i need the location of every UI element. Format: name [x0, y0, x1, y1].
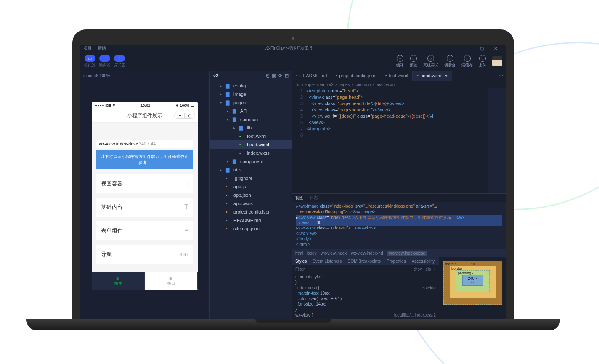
- signal-label: ●●●● IDE ⚲: [95, 103, 116, 108]
- dom-crumb[interactable]: wx-view.index-desc: [387, 251, 427, 256]
- editor-tab[interactable]: ▪project.config.json: [331, 71, 381, 81]
- toolbar-button[interactable]: ○清缓存: [461, 55, 473, 68]
- menu-item[interactable]: 视图容器▭: [96, 174, 193, 193]
- dom-crumb[interactable]: wx-view.index: [321, 251, 347, 256]
- explorer-header[interactable]: v2 ⎘ ▣ ⟳ ⊟: [210, 71, 292, 81]
- breadcrumb: fino-applet-demo-v2›pages›common›head.wx…: [292, 81, 506, 88]
- add-rule-icon[interactable]: +: [433, 267, 436, 272]
- device-tabbar: ▦组件▦接口: [92, 272, 198, 290]
- tree-item[interactable]: ▾▇pages: [210, 98, 292, 107]
- code-editor[interactable]: 12345678 <template name="head"> <view cl…: [292, 88, 506, 193]
- devtools: 视图日志 ▸<wx-image class="index-logo" src="…: [292, 193, 506, 328]
- menu-help[interactable]: 帮助: [98, 45, 106, 51]
- sim-device-label[interactable]: iphone6 100%: [80, 71, 209, 81]
- new-folder-icon[interactable]: ▣: [272, 73, 276, 79]
- tabbar-item[interactable]: ▦接口: [145, 272, 198, 290]
- mode-tabs: ▭模拟器编辑器⫶调试器: [84, 55, 125, 68]
- tree-item[interactable]: ▪.gitignore: [210, 174, 292, 182]
- highlighted-element[interactable]: 以下将展示小程序官方组件能力，组件样式仅供参考。: [96, 150, 193, 169]
- breadcrumb-segment[interactable]: fino-applet-demo-v2: [296, 82, 334, 87]
- filter-input[interactable]: Filter: [295, 267, 305, 272]
- status-bar: ●●●● IDE ⚲ 10:01 ✱ 100% ▬: [92, 102, 198, 109]
- device-frame: ●●●● IDE ⚲ 10:01 ✱ 100% ▬ 小程序组件展示 ••• ⊙: [92, 102, 198, 290]
- menu-project[interactable]: 项目: [83, 45, 92, 51]
- tree-item[interactable]: ▸▇API: [210, 107, 292, 115]
- mode-tab[interactable]: ⫶调试器: [114, 55, 125, 68]
- dom-crumb[interactable]: body: [307, 251, 317, 256]
- tree-item[interactable]: ▪foot.wxml: [210, 132, 292, 140]
- maximize-icon[interactable]: ▢: [480, 46, 484, 51]
- dom-crumb[interactable]: wx-view.index-hd: [351, 251, 383, 256]
- tree-item[interactable]: ▪sitemap.json: [210, 224, 292, 233]
- avatar[interactable]: [492, 56, 502, 66]
- menu-item[interactable]: 导航ooo: [96, 245, 193, 264]
- breadcrumb-segment[interactable]: common: [355, 82, 371, 87]
- hov-toggle[interactable]: :hov: [414, 267, 422, 272]
- close-icon[interactable]: ✕: [494, 46, 497, 51]
- breadcrumb-segment[interactable]: head.wxml: [376, 82, 396, 87]
- simulator-panel: iphone6 100% ●●●● IDE ⚲ 10:01 ✱ 100% ▬ 小…: [80, 71, 209, 328]
- styles-subtab[interactable]: Properties: [387, 259, 406, 264]
- toolbar-right: ○编译○预览○真机调试○切后台○清缓存○上传: [396, 55, 502, 68]
- tree-item[interactable]: ▾▇common: [210, 115, 292, 124]
- menu-list: 视图容器▭基础内容T表单组件≡导航ooo: [96, 174, 193, 264]
- close-tab-icon: ✕: [444, 74, 448, 78]
- box-model[interactable]: margin 10 border - padding - 240 × 44: [439, 257, 506, 328]
- devtools-tab[interactable]: 视图: [295, 195, 304, 201]
- tree-item[interactable]: ▸▇component: [210, 157, 292, 166]
- toolbar: ▭模拟器编辑器⫶调试器 ○编译○预览○真机调试○切后台○清缓存○上传: [80, 52, 506, 71]
- more-tabs-icon[interactable]: ⋯: [495, 73, 506, 79]
- laptop-frame: 项目 帮助 v2-FinClip小程序开发工具 — ▢ ✕ ▭模拟器编辑器⫶调试…: [72, 29, 514, 328]
- tree-item[interactable]: ▪project.config.json: [210, 208, 292, 216]
- collapse-icon[interactable]: ⊟: [285, 73, 289, 79]
- styles-subtab[interactable]: Event Listeners: [313, 259, 342, 264]
- toolbar-button[interactable]: ○编译: [396, 55, 404, 68]
- dom-breadcrumb: htmlbodywx-view.indexwx-view.index-hdwx-…: [292, 249, 506, 257]
- window-title: v2-FinClip小程序开发工具: [112, 45, 466, 51]
- styles-subtab[interactable]: Accessibility: [412, 259, 435, 264]
- breadcrumb-segment[interactable]: pages: [338, 82, 350, 87]
- tree-item[interactable]: ▸▇utils: [210, 166, 292, 174]
- editor-tab[interactable]: ▪README.md: [292, 71, 331, 81]
- nav-title: 小程序组件展示: [127, 112, 162, 119]
- menu-item[interactable]: 表单组件≡: [96, 221, 193, 240]
- dom-tree[interactable]: ▸<wx-image class="index-logo" src="../re…: [292, 202, 506, 249]
- file-tree: ▸▇config▸▇image▾▇pages▸▇API▾▇common▸▇lib…: [210, 81, 292, 234]
- editor-tab[interactable]: ▪head.wxml✕: [413, 71, 452, 81]
- dom-crumb[interactable]: html: [295, 251, 303, 256]
- editor-tab[interactable]: ▪foot.wxml: [381, 71, 413, 81]
- toolbar-button[interactable]: ○真机调试: [423, 55, 438, 68]
- capsule-close[interactable]: ⊙: [185, 113, 195, 118]
- new-file-icon[interactable]: ⎘: [266, 73, 269, 79]
- tree-item[interactable]: ▪index.wxss: [210, 149, 292, 157]
- file-explorer: v2 ⎘ ▣ ⟳ ⊟ ▸▇config▸▇image▾▇pages▸▇API▾▇…: [209, 71, 292, 328]
- refresh-icon[interactable]: ⟳: [278, 73, 282, 79]
- menu-item[interactable]: 基础内容T: [96, 198, 193, 217]
- laptop-base: [26, 319, 560, 330]
- tree-item[interactable]: ▪head.wxml: [210, 140, 292, 149]
- nav-bar: 小程序组件展示 ••• ⊙: [92, 109, 198, 123]
- capsule-more[interactable]: •••: [175, 113, 185, 118]
- tree-item[interactable]: ▸▇image: [210, 90, 292, 98]
- toolbar-button[interactable]: ○预览: [410, 55, 417, 68]
- tree-item[interactable]: ▸▇lib: [210, 124, 292, 132]
- tree-item[interactable]: ▪app.js: [210, 182, 292, 191]
- styles-subtab[interactable]: DOM Breakpoints: [347, 259, 381, 264]
- minimap[interactable]: [488, 88, 506, 193]
- preview-body: wx-view.index-desc 240 × 44 以下将展示小程序官方组件…: [92, 123, 198, 268]
- toolbar-button[interactable]: ○上传: [479, 55, 486, 68]
- mode-tab[interactable]: 编辑器: [99, 55, 110, 68]
- toolbar-button[interactable]: ○切后台: [444, 55, 456, 68]
- tree-item[interactable]: ▪app.wxss: [210, 199, 292, 208]
- tree-item[interactable]: ▪README.md: [210, 216, 292, 224]
- minimize-icon[interactable]: —: [466, 46, 470, 51]
- mode-tab[interactable]: ▭模拟器: [84, 55, 95, 68]
- devtools-tab[interactable]: 日志: [310, 195, 318, 201]
- status-time: 10:01: [116, 103, 175, 108]
- battery-label: ✱ 100% ▬: [175, 103, 194, 108]
- styles-subtab[interactable]: Styles: [295, 259, 307, 264]
- tree-item[interactable]: ▸▇config: [210, 82, 292, 90]
- tree-item[interactable]: ▪app.json: [210, 191, 292, 199]
- tabbar-item[interactable]: ▦组件: [92, 272, 145, 290]
- cls-toggle[interactable]: .cls: [424, 267, 431, 272]
